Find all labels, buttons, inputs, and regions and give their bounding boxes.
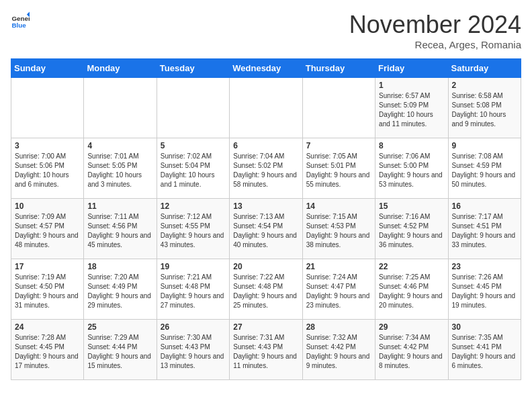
day-cell-w2-d3: 13Sunrise: 7:13 AMSunset: 4:54 PMDayligh… (230, 199, 302, 259)
day-number: 6 (233, 141, 298, 150)
day-cell-w2-d6: 16Sunrise: 7:17 AMSunset: 4:51 PMDayligh… (448, 199, 521, 259)
day-cell-w3-d5: 22Sunrise: 7:25 AMSunset: 4:46 PMDayligh… (375, 259, 448, 320)
day-number: 28 (306, 322, 371, 332)
week-row-4: 24Sunrise: 7:28 AMSunset: 4:45 PMDayligh… (11, 320, 521, 380)
day-cell-w1-d4: 7Sunrise: 7:05 AMSunset: 5:01 PMDaylight… (302, 138, 375, 199)
col-saturday: Saturday (448, 59, 521, 78)
day-info: Sunrise: 7:20 AMSunset: 4:49 PMDaylight:… (87, 273, 152, 310)
day-info: Sunrise: 7:25 AMSunset: 4:46 PMDaylight:… (379, 273, 444, 310)
day-info: Sunrise: 7:22 AMSunset: 4:48 PMDaylight:… (233, 273, 298, 310)
day-cell-w1-d0: 3Sunrise: 7:00 AMSunset: 5:06 PMDaylight… (11, 138, 84, 199)
day-cell-w2-d1: 11Sunrise: 7:11 AMSunset: 4:56 PMDayligh… (84, 199, 157, 259)
day-info: Sunrise: 7:24 AMSunset: 4:47 PMDaylight:… (306, 273, 371, 310)
logo: General Blue (11, 11, 30, 30)
day-info: Sunrise: 7:01 AMSunset: 5:05 PMDaylight:… (87, 152, 152, 189)
day-number: 29 (379, 322, 444, 332)
day-cell-w0-d5: 1Sunrise: 6:57 AMSunset: 5:09 PMDaylight… (375, 78, 448, 138)
day-info: Sunrise: 7:31 AMSunset: 4:43 PMDaylight:… (233, 333, 298, 371)
day-cell-w2-d5: 15Sunrise: 7:16 AMSunset: 4:52 PMDayligh… (375, 199, 448, 259)
col-sunday: Sunday (11, 59, 84, 78)
header-row: Sunday Monday Tuesday Wednesday Thursday… (11, 59, 521, 78)
day-cell-w2-d0: 10Sunrise: 7:09 AMSunset: 4:57 PMDayligh… (11, 199, 84, 259)
day-cell-w1-d1: 4Sunrise: 7:01 AMSunset: 5:05 PMDaylight… (84, 138, 157, 199)
day-cell-w4-d3: 27Sunrise: 7:31 AMSunset: 4:43 PMDayligh… (230, 320, 302, 380)
day-info: Sunrise: 7:35 AMSunset: 4:41 PMDaylight:… (452, 333, 517, 371)
day-info: Sunrise: 7:06 AMSunset: 5:00 PMDaylight:… (379, 152, 444, 189)
day-cell-w3-d3: 20Sunrise: 7:22 AMSunset: 4:48 PMDayligh… (230, 259, 302, 320)
week-row-2: 10Sunrise: 7:09 AMSunset: 4:57 PMDayligh… (11, 199, 521, 259)
day-number: 23 (452, 262, 517, 271)
calendar-body: 1Sunrise: 6:57 AMSunset: 5:09 PMDaylight… (11, 78, 521, 380)
day-cell-w4-d2: 26Sunrise: 7:30 AMSunset: 4:43 PMDayligh… (157, 320, 229, 380)
day-cell-w0-d2 (157, 78, 229, 138)
day-number: 7 (306, 141, 371, 150)
day-cell-w0-d1 (84, 78, 157, 138)
calendar-header: Sunday Monday Tuesday Wednesday Thursday… (11, 59, 521, 78)
day-info: Sunrise: 7:08 AMSunset: 4:59 PMDaylight:… (452, 152, 517, 189)
col-thursday: Thursday (302, 59, 375, 78)
svg-text:Blue: Blue (11, 21, 26, 29)
day-number: 21 (306, 262, 371, 271)
day-number: 17 (15, 262, 80, 271)
logo-icon: General Blue (11, 11, 30, 30)
day-number: 4 (87, 141, 152, 150)
day-cell-w4-d0: 24Sunrise: 7:28 AMSunset: 4:45 PMDayligh… (11, 320, 84, 380)
day-info: Sunrise: 7:02 AMSunset: 5:04 PMDaylight:… (161, 152, 226, 189)
day-number: 1 (379, 81, 444, 90)
day-cell-w1-d6: 9Sunrise: 7:08 AMSunset: 4:59 PMDaylight… (448, 138, 521, 199)
day-info: Sunrise: 7:28 AMSunset: 4:45 PMDaylight:… (15, 333, 80, 371)
day-info: Sunrise: 7:13 AMSunset: 4:54 PMDaylight:… (233, 212, 298, 250)
day-number: 13 (233, 201, 298, 211)
day-info: Sunrise: 7:21 AMSunset: 4:48 PMDaylight:… (161, 273, 226, 310)
day-number: 12 (161, 201, 226, 211)
location-subtitle: Recea, Arges, Romania (349, 39, 521, 50)
month-title: November 2024 (349, 11, 521, 39)
day-info: Sunrise: 7:30 AMSunset: 4:43 PMDaylight:… (161, 333, 226, 371)
col-wednesday: Wednesday (230, 59, 302, 78)
week-row-3: 17Sunrise: 7:19 AMSunset: 4:50 PMDayligh… (11, 259, 521, 320)
calendar-table: Sunday Monday Tuesday Wednesday Thursday… (11, 58, 521, 380)
day-info: Sunrise: 7:00 AMSunset: 5:06 PMDaylight:… (15, 152, 80, 189)
day-number: 30 (452, 322, 517, 332)
day-cell-w0-d0 (11, 78, 84, 138)
day-cell-w3-d4: 21Sunrise: 7:24 AMSunset: 4:47 PMDayligh… (302, 259, 375, 320)
day-cell-w3-d1: 18Sunrise: 7:20 AMSunset: 4:49 PMDayligh… (84, 259, 157, 320)
day-number: 18 (87, 262, 152, 271)
day-cell-w1-d5: 8Sunrise: 7:06 AMSunset: 5:00 PMDaylight… (375, 138, 448, 199)
day-cell-w1-d3: 6Sunrise: 7:04 AMSunset: 5:02 PMDaylight… (230, 138, 302, 199)
day-cell-w3-d2: 19Sunrise: 7:21 AMSunset: 4:48 PMDayligh… (157, 259, 229, 320)
day-info: Sunrise: 7:32 AMSunset: 4:42 PMDaylight:… (306, 333, 371, 371)
day-info: Sunrise: 7:11 AMSunset: 4:56 PMDaylight:… (87, 212, 152, 250)
page-header: General Blue November 2024 Recea, Arges,… (11, 11, 521, 50)
day-cell-w0-d3 (230, 78, 302, 138)
week-row-1: 3Sunrise: 7:00 AMSunset: 5:06 PMDaylight… (11, 138, 521, 199)
day-number: 11 (87, 201, 152, 211)
day-info: Sunrise: 7:19 AMSunset: 4:50 PMDaylight:… (15, 273, 80, 310)
day-number: 5 (161, 141, 226, 150)
week-row-0: 1Sunrise: 6:57 AMSunset: 5:09 PMDaylight… (11, 78, 521, 138)
day-cell-w0-d6: 2Sunrise: 6:58 AMSunset: 5:08 PMDaylight… (448, 78, 521, 138)
day-cell-w3-d6: 23Sunrise: 7:26 AMSunset: 4:45 PMDayligh… (448, 259, 521, 320)
day-number: 16 (452, 201, 517, 211)
day-info: Sunrise: 7:09 AMSunset: 4:57 PMDaylight:… (15, 212, 80, 250)
day-info: Sunrise: 7:15 AMSunset: 4:53 PMDaylight:… (306, 212, 371, 250)
col-monday: Monday (84, 59, 157, 78)
day-number: 25 (87, 322, 152, 332)
day-info: Sunrise: 6:57 AMSunset: 5:09 PMDaylight:… (379, 91, 444, 129)
day-number: 22 (379, 262, 444, 271)
day-info: Sunrise: 7:05 AMSunset: 5:01 PMDaylight:… (306, 152, 371, 189)
day-number: 20 (233, 262, 298, 271)
day-number: 9 (452, 141, 517, 150)
title-block: November 2024 Recea, Arges, Romania (349, 11, 521, 50)
day-cell-w4-d5: 29Sunrise: 7:34 AMSunset: 4:42 PMDayligh… (375, 320, 448, 380)
day-number: 26 (161, 322, 226, 332)
day-info: Sunrise: 7:16 AMSunset: 4:52 PMDaylight:… (379, 212, 444, 250)
col-tuesday: Tuesday (157, 59, 229, 78)
day-number: 15 (379, 201, 444, 211)
day-info: Sunrise: 7:34 AMSunset: 4:42 PMDaylight:… (379, 333, 444, 371)
day-cell-w1-d2: 5Sunrise: 7:02 AMSunset: 5:04 PMDaylight… (157, 138, 229, 199)
day-cell-w3-d0: 17Sunrise: 7:19 AMSunset: 4:50 PMDayligh… (11, 259, 84, 320)
day-cell-w2-d2: 12Sunrise: 7:12 AMSunset: 4:55 PMDayligh… (157, 199, 229, 259)
day-number: 19 (161, 262, 226, 271)
day-info: Sunrise: 6:58 AMSunset: 5:08 PMDaylight:… (452, 91, 517, 129)
